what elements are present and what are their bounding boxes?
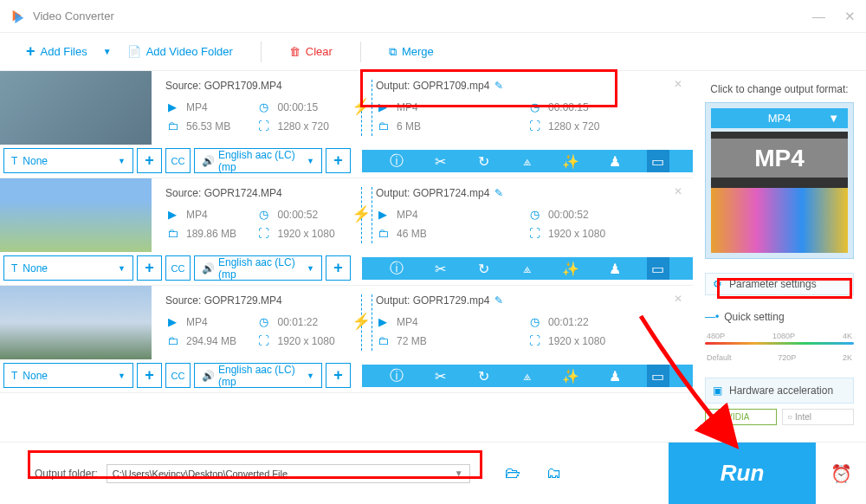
cc-button[interactable]: CC	[165, 148, 191, 173]
rotate-tool-icon[interactable]: ↻	[473, 257, 495, 280]
subtitle-select[interactable]: TNone▼	[3, 255, 133, 281]
output-folder-input[interactable]	[107, 464, 470, 483]
info-tool-icon[interactable]: ⓘ	[385, 365, 408, 387]
chevron-down-icon[interactable]: ▼	[455, 468, 463, 478]
pencil-icon[interactable]: ✎	[494, 80, 503, 100]
watermark-tool-icon[interactable]: ♟	[604, 365, 626, 387]
subtitle-tool-icon[interactable]: ▭	[647, 365, 669, 387]
dash-icon: —•	[705, 311, 719, 323]
edit-tools: ⓘ ✂ ↻ ⟁ ✨ ♟ ▭	[362, 150, 693, 172]
add-audio-button[interactable]: +	[326, 363, 351, 388]
sliders-icon: ⚙	[713, 278, 722, 290]
rotate-tool-icon[interactable]: ↻	[473, 365, 495, 387]
info-tool-icon[interactable]: ⓘ	[385, 150, 408, 172]
bottom-bar: Output folder: ▼ 🗁 🗂 Run ⏰	[0, 442, 866, 504]
audio-select[interactable]: 🔊English aac (LC) (mp▼	[194, 363, 322, 388]
format-icon: ▶	[376, 100, 390, 113]
quick-setting-label: —• Quick setting	[705, 311, 854, 323]
file-list: Source: GOPR1709.MP4 ▶MP4 🗀56.53 MB ◷00:…	[0, 71, 693, 425]
crop-tool-icon[interactable]: ⟁	[516, 257, 539, 280]
app-title: Video Converter	[33, 10, 812, 23]
nvidia-button[interactable]: ◉NVIDIA	[705, 409, 777, 425]
browse-folder-icon[interactable]: 🗁	[505, 464, 520, 482]
add-audio-button[interactable]: +	[326, 255, 351, 281]
add-subtitle-button[interactable]: +	[137, 255, 162, 281]
quality-slider[interactable]	[705, 342, 854, 345]
pencil-icon[interactable]: ✎	[494, 187, 503, 208]
close-icon[interactable]: ✕	[844, 9, 856, 24]
cc-button[interactable]: CC	[165, 363, 191, 388]
rotate-tool-icon[interactable]: ↻	[473, 150, 495, 172]
remove-file-button[interactable]: ✕	[674, 78, 682, 90]
lightning-icon: ⚡	[352, 97, 371, 116]
output-info: Output: GOPR1724.mp4✎ ▶MP4 🗀46 MB ◷00:00…	[362, 178, 693, 252]
crop-tool-icon[interactable]: ⟁	[516, 365, 539, 387]
video-thumbnail[interactable]	[0, 71, 152, 145]
video-thumbnail[interactable]	[0, 178, 152, 252]
edit-tools: ⓘ ✂ ↻ ⟁ ✨ ♟ ▭	[362, 365, 693, 387]
output-info: Output: GOPR1709.mp4✎ ▶MP4 🗀6 MB ◷00:00:…	[362, 71, 693, 145]
merge-button[interactable]: ⧉Merge	[389, 45, 434, 59]
add-files-button[interactable]: +Add Files	[26, 42, 87, 61]
effect-tool-icon[interactable]: ✨	[559, 150, 582, 172]
resolution-icon: ⛶	[257, 120, 271, 132]
clock-icon: ◷	[257, 100, 271, 113]
source-info: Source: GOPR1729.MP4 ▶MP4 🗀294.94 MB ◷00…	[152, 286, 362, 359]
minimize-icon[interactable]: —	[812, 9, 825, 24]
video-thumbnail[interactable]	[0, 286, 152, 359]
crop-tool-icon[interactable]: ⟁	[516, 150, 539, 172]
run-button[interactable]: Run	[669, 443, 816, 504]
output-label: Output: GOPR1709.mp4	[376, 80, 489, 92]
source-info: Source: GOPR1724.MP4 ▶MP4 🗀189.86 MB ◷00…	[152, 178, 362, 252]
chip-icon: ▣	[713, 384, 722, 397]
pencil-icon[interactable]: ✎	[494, 294, 503, 315]
sidebar: Click to change output format: MP4▼ MP4 …	[693, 71, 866, 425]
cut-tool-icon[interactable]: ✂	[429, 365, 451, 387]
subtitle-select[interactable]: TNone▼	[3, 148, 133, 173]
subtitle-tool-icon[interactable]: ▭	[647, 150, 669, 172]
watermark-tool-icon[interactable]: ♟	[604, 150, 626, 172]
file-row: Source: GOPR1724.MP4 ▶MP4 🗀189.86 MB ◷00…	[0, 178, 693, 286]
hardware-acceleration-button[interactable]: ▣ Hardware acceleration	[705, 378, 854, 404]
remove-file-button[interactable]: ✕	[674, 185, 682, 197]
file-row: Source: GOPR1729.MP4 ▶MP4 🗀294.94 MB ◷00…	[0, 286, 693, 393]
lightning-icon: ⚡	[352, 312, 371, 331]
resolution-icon: ⛶	[527, 120, 541, 132]
sidebar-title: Click to change output format:	[705, 83, 854, 95]
chevron-down-icon: ▼	[828, 112, 839, 125]
subtitle-tool-icon[interactable]: ▭	[647, 257, 669, 280]
cc-button[interactable]: CC	[165, 255, 191, 281]
add-dropdown-icon[interactable]: ▼	[103, 47, 112, 56]
app-logo-icon	[10, 9, 26, 24]
info-tool-icon[interactable]: ⓘ	[385, 257, 408, 280]
file-row: Source: GOPR1709.MP4 ▶MP4 🗀56.53 MB ◷00:…	[0, 71, 693, 178]
edit-tools: ⓘ ✂ ↻ ⟁ ✨ ♟ ▭	[362, 257, 693, 280]
clear-button[interactable]: 🗑Clear	[289, 45, 333, 58]
intel-button[interactable]: ○Intel	[782, 409, 854, 425]
output-format-selector[interactable]: MP4▼ MP4	[705, 102, 854, 259]
alarm-icon[interactable]: ⏰	[816, 463, 866, 484]
title-bar: Video Converter — ✕	[0, 0, 866, 33]
cut-tool-icon[interactable]: ✂	[429, 150, 451, 172]
add-audio-button[interactable]: +	[326, 148, 351, 173]
add-subtitle-button[interactable]: +	[137, 148, 162, 173]
folder-icon: 🗀	[165, 120, 179, 132]
audio-select[interactable]: 🔊English aac (LC) (mp▼	[194, 255, 322, 281]
effect-tool-icon[interactable]: ✨	[559, 365, 582, 387]
source-label: Source: GOPR1709.MP4	[165, 80, 348, 92]
cut-tool-icon[interactable]: ✂	[429, 257, 451, 280]
subtitle-select[interactable]: TNone▼	[3, 363, 133, 388]
remove-file-button[interactable]: ✕	[674, 293, 682, 305]
clock-icon: ◷	[527, 100, 541, 113]
add-subtitle-button[interactable]: +	[137, 363, 162, 388]
add-folder-button[interactable]: 📄Add Video Folder	[127, 45, 233, 58]
audio-select[interactable]: 🔊English aac (LC) (mp▼	[194, 148, 322, 173]
parameter-settings-button[interactable]: ⚙ Parameter settings	[705, 273, 854, 295]
effect-tool-icon[interactable]: ✨	[559, 257, 582, 280]
watermark-tool-icon[interactable]: ♟	[604, 257, 626, 280]
source-info: Source: GOPR1709.MP4 ▶MP4 🗀56.53 MB ◷00:…	[152, 71, 362, 145]
open-folder-icon[interactable]: 🗂	[546, 464, 562, 482]
toolbar: +Add Files ▼ 📄Add Video Folder 🗑Clear ⧉M…	[0, 33, 866, 71]
output-info: Output: GOPR1729.mp4✎ ▶MP4 🗀72 MB ◷00:01…	[362, 286, 693, 359]
output-folder-label: Output folder:	[35, 468, 98, 480]
